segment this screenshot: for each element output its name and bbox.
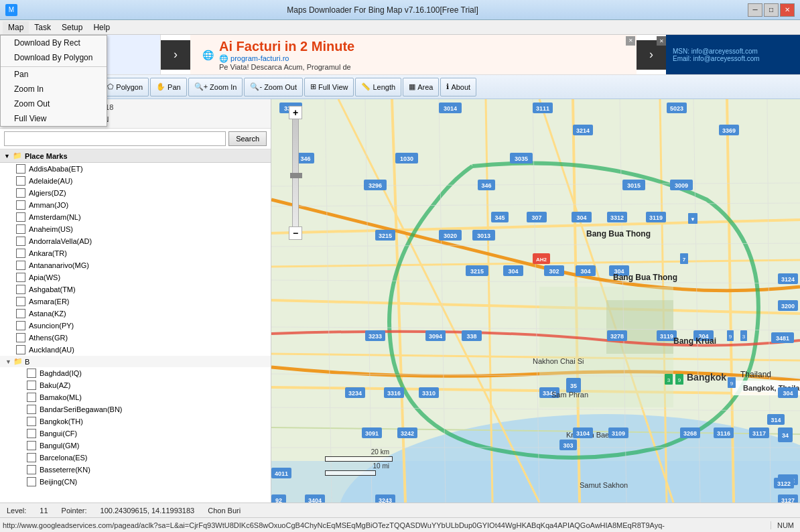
search-input[interactable]: [4, 131, 226, 146]
menu-setup[interactable]: Setup: [56, 21, 88, 34]
toolbar-zoom-in[interactable]: 🔍+ Zoom In: [188, 78, 243, 96]
svg-text:3119: 3119: [649, 214, 663, 221]
app-icon: M: [5, 4, 17, 16]
ad-right: MSN: info@arceyessoft.com Email: info@ar…: [666, 35, 800, 75]
list-item[interactable]: Apia(WS): [0, 271, 271, 283]
ad-close-button[interactable]: ✕: [626, 36, 635, 46]
list-item[interactable]: Adelaide(AU): [0, 175, 271, 187]
minimize-button[interactable]: ─: [748, 3, 762, 17]
svg-text:Bang Bua Thong: Bang Bua Thong: [613, 273, 677, 282]
ad-right-close[interactable]: ✕: [657, 36, 666, 46]
dropdown-download-rect[interactable]: Download By Rect: [1, 36, 107, 50]
list-item[interactable]: Bamako(ML): [0, 391, 271, 403]
toolbar-about[interactable]: ℹ About: [440, 78, 476, 96]
dropdown-zoom-in[interactable]: Zoom In: [1, 82, 107, 96]
list-item[interactable]: Bangkok(TH): [0, 415, 271, 427]
menu-task[interactable]: Task: [29, 21, 56, 34]
list-item[interactable]: BandarSeriBegawan(BN): [0, 403, 271, 415]
dropdown-pan[interactable]: Pan: [1, 66, 107, 82]
menu-bar: Map Task Setup Help Download By Rect Dow…: [0, 20, 800, 35]
list-item[interactable]: Basseterre(KN): [0, 464, 271, 476]
svg-text:7: 7: [683, 257, 686, 263]
svg-text:3316: 3316: [387, 390, 401, 397]
list-item[interactable]: Baghdad(IQ): [0, 367, 271, 379]
svg-text:3243: 3243: [379, 497, 392, 503]
list-item[interactable]: Baku(AZ): [0, 379, 271, 391]
ad-prev-button[interactable]: ›: [161, 40, 190, 70]
zoom-in-button[interactable]: +: [289, 106, 302, 119]
search-button[interactable]: Search: [228, 131, 267, 146]
list-item[interactable]: Astana(KZ): [0, 308, 271, 320]
list-item[interactable]: Bangul(GM): [0, 440, 271, 452]
toolbar-zoom-out[interactable]: 🔍- Zoom Out: [244, 78, 303, 96]
place-marks-icon: 📁: [13, 151, 22, 160]
dropdown-zoom-out[interactable]: Zoom Out: [1, 96, 107, 111]
list-item[interactable]: Ashgabat(TM): [0, 283, 271, 295]
toolbar-length[interactable]: 📏 Length: [355, 78, 401, 96]
place-icon: [16, 237, 25, 246]
status-bar: http://www.googleadservices.com/pagead/a…: [0, 517, 800, 532]
list-item[interactable]: Barcelona(ES): [0, 452, 271, 464]
map-area[interactable]: 3351 3014 3111 5023 3214 3369 346 1030: [271, 99, 800, 503]
svg-text:3: 3: [667, 377, 671, 383]
dropdown-full-view[interactable]: Full View: [1, 111, 107, 126]
list-item[interactable]: Asuncion(PY): [0, 320, 271, 332]
toolbar-pan[interactable]: ✋ Pan: [150, 78, 187, 96]
dropdown-download-polygon[interactable]: Download By Polygon: [1, 50, 107, 65]
place-icon: [16, 212, 25, 222]
toolbar-area[interactable]: ▦ Area: [403, 78, 439, 96]
svg-text:304: 304: [783, 390, 793, 397]
place-name: Chon Buri: [208, 507, 241, 515]
title-bar: M Maps Downloader For Bing Map v7.16.100…: [0, 0, 800, 20]
place-marks-expand[interactable]: ▼: [4, 153, 10, 159]
svg-text:35: 35: [570, 383, 577, 389]
zoom-out-button[interactable]: −: [289, 226, 302, 240]
maximize-button[interactable]: □: [764, 3, 779, 17]
list-item[interactable]: Algiers(DZ): [0, 187, 271, 199]
list-item[interactable]: Ankara(TR): [0, 247, 271, 259]
pan-icon: ✋: [156, 82, 165, 91]
place-marks-label: Place Marks: [25, 152, 68, 160]
svg-text:3116: 3116: [717, 430, 730, 437]
svg-text:304: 304: [580, 268, 590, 275]
menu-map[interactable]: Map: [3, 21, 29, 34]
list-item[interactable]: Auckland(AU): [0, 344, 271, 356]
close-button[interactable]: ✕: [780, 3, 795, 17]
list-item[interactable]: Bangui(CF): [0, 427, 271, 440]
place-icon: [16, 164, 25, 174]
svg-text:3124: 3124: [781, 276, 795, 283]
list-item[interactable]: Anaheim(US): [0, 223, 271, 235]
list-item[interactable]: AndorralaVella(AD): [0, 235, 271, 247]
ad-msn: MSN: info@arceyessoft.com: [673, 48, 793, 55]
folder-b[interactable]: ▼ 📁 B: [0, 356, 271, 367]
menu-help[interactable]: Help: [88, 21, 115, 34]
toolbar-polygon[interactable]: ⬠ Polygon: [101, 78, 149, 96]
ad-bar: ◉ › ✕ 🌐 Ai Facturi in 2 Minute 🌐 program…: [0, 35, 800, 75]
place-icon: [27, 393, 36, 402]
svg-text:3233: 3233: [369, 333, 382, 340]
place-icon: [16, 224, 25, 234]
place-icon: [27, 369, 36, 378]
scale-km-label: 20 km: [325, 448, 389, 456]
svg-text:3312: 3312: [610, 214, 624, 221]
pointer-label: Pointer:: [62, 507, 87, 515]
list-item[interactable]: Antananarivo(MG): [0, 259, 271, 271]
list-item[interactable]: Amman(JO): [0, 199, 271, 211]
zoom-controls: + −: [289, 106, 302, 240]
place-icon: [16, 249, 25, 258]
ad-title: Ai Facturi in 2 Minute: [219, 39, 354, 54]
toolbar-full-view[interactable]: ⊞ Full View: [304, 78, 354, 96]
list-item[interactable]: Asmara(ER): [0, 295, 271, 308]
svg-text:92: 92: [275, 497, 282, 503]
scale-km-bar: [325, 456, 392, 462]
svg-text:3215: 3215: [470, 268, 484, 275]
zoom-thumb[interactable]: [290, 173, 302, 178]
svg-text:3013: 3013: [477, 232, 490, 239]
list-item[interactable]: Amsterdam(NL): [0, 211, 271, 223]
places-list[interactable]: AddisAbaba(ET) Adelaide(AU) Algiers(DZ) …: [0, 163, 271, 503]
place-icon: [27, 417, 36, 426]
list-item[interactable]: Beijing(CN): [0, 476, 271, 488]
list-item[interactable]: AddisAbaba(ET): [0, 163, 271, 175]
list-item[interactable]: Athens(GR): [0, 332, 271, 344]
svg-text:3119: 3119: [660, 333, 673, 340]
